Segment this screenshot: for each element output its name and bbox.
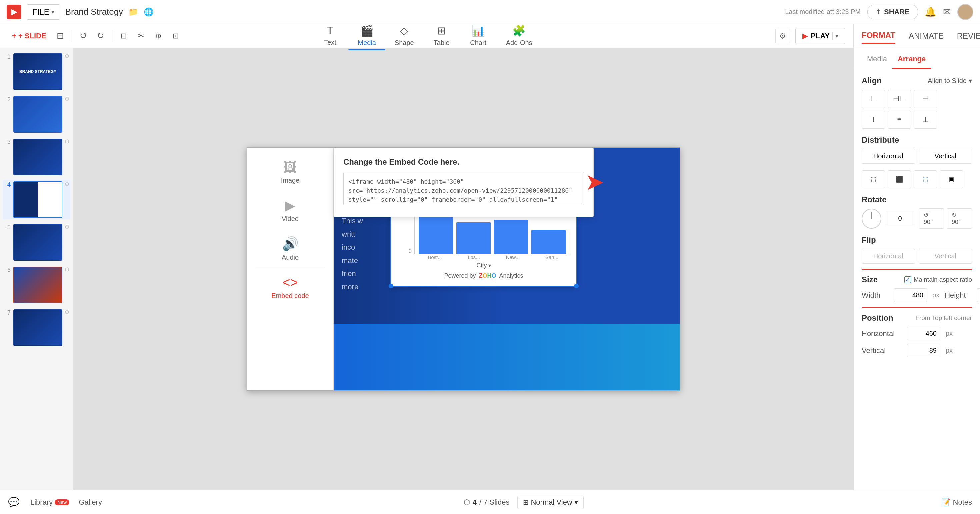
- media-icon: 🎬: [360, 24, 374, 37]
- add-slide-button[interactable]: + + SLIDE: [8, 30, 50, 42]
- audio-option[interactable]: 🔊 Audio: [247, 229, 333, 268]
- top-bar: ▶ FILE ▾ Brand Strategy 📁 🌐 Last modifie…: [0, 0, 980, 24]
- animate-tab[interactable]: ANIMATE: [908, 29, 943, 43]
- copy-button[interactable]: ⊕: [151, 29, 165, 43]
- flip-section: Flip Horizontal Vertical: [862, 236, 972, 264]
- media-arrange-tab-arrange[interactable]: Arrange: [892, 48, 931, 69]
- chart-tool[interactable]: 📊 Chart: [460, 22, 497, 50]
- play-button[interactable]: ▶ PLAY ▾: [795, 28, 845, 44]
- file-button[interactable]: FILE ▾: [27, 4, 60, 20]
- presentation-title: Brand Strategy: [65, 7, 123, 17]
- view-label: Normal View: [531, 498, 572, 507]
- slide-thumb-3[interactable]: 3 ⬡: [3, 137, 70, 177]
- slide-canvas[interactable]: 🖼 Image ▶ Video 🔊 Audio <> Embed code: [247, 147, 680, 391]
- resize-handle-bl[interactable]: [389, 284, 393, 288]
- distribute-vertical-button[interactable]: Vertical: [919, 149, 972, 164]
- x-axis-title[interactable]: City ▾: [398, 262, 570, 269]
- cut-button[interactable]: ✂: [134, 29, 148, 43]
- shape-tool[interactable]: ◇ Shape: [385, 22, 423, 50]
- layer-btn-2[interactable]: ⬛: [888, 170, 911, 188]
- addons-icon: 🧩: [512, 24, 526, 37]
- settings-button[interactable]: ⚙: [775, 29, 790, 43]
- layer-btn-4[interactable]: ▣: [940, 170, 963, 188]
- layer-btn-1[interactable]: ⬚: [862, 170, 885, 188]
- resize-handle-br[interactable]: [574, 284, 579, 288]
- vertical-label: Vertical: [862, 346, 902, 355]
- rotate-ccw-button[interactable]: ↺ 90°: [919, 208, 944, 229]
- slide-preview-1: BRAND STRATEGY: [13, 53, 62, 90]
- gallery-button[interactable]: Gallery: [75, 496, 106, 508]
- height-input[interactable]: [977, 288, 980, 302]
- chat-icon-button[interactable]: 💬: [8, 496, 20, 508]
- share-button[interactable]: ⬆ SHARE: [867, 5, 918, 19]
- media-tool[interactable]: 🎬 Media: [348, 22, 385, 50]
- table-label: Table: [434, 39, 450, 47]
- video-option[interactable]: ▶ Video: [247, 191, 333, 229]
- slide-thumb-5[interactable]: 5 ⬡: [3, 223, 70, 262]
- flip-vertical-button[interactable]: Vertical: [919, 249, 972, 264]
- undo-button[interactable]: ↺: [76, 29, 91, 43]
- addons-tool[interactable]: 🧩 Add-Ons: [497, 22, 542, 50]
- vertical-unit: px: [946, 347, 953, 354]
- maintain-ratio-checkbox[interactable]: ✓ Maintain aspect ratio: [904, 276, 972, 283]
- align-right-button[interactable]: ⊣: [914, 90, 937, 108]
- slide-number-2: 2: [4, 96, 11, 103]
- table-tool[interactable]: ⊞ Table: [423, 22, 460, 50]
- align-center-h-button[interactable]: ⊣⊢: [888, 90, 911, 108]
- align-chevron-icon: ▾: [969, 77, 972, 85]
- media-arrange-tab-media[interactable]: Media: [862, 48, 892, 69]
- slide-counter: ⬡ 4 / 7 Slides: [464, 498, 510, 507]
- flip-horizontal-button[interactable]: Horizontal: [862, 249, 915, 264]
- format-tab[interactable]: FORMAT: [862, 28, 895, 44]
- redo-button[interactable]: ↻: [93, 29, 108, 43]
- slide-number-4: 4: [4, 181, 11, 188]
- rotate-wheel: [862, 208, 881, 229]
- checkbox-icon: ✓: [904, 276, 911, 283]
- chart-icon: 📊: [472, 24, 485, 37]
- paste-button[interactable]: ⊡: [168, 29, 183, 43]
- notification-icon[interactable]: 🔔: [925, 6, 936, 18]
- new-badge: New: [55, 499, 69, 505]
- view-selector-button[interactable]: ⊞ Normal View ▾: [517, 496, 583, 509]
- slide-thumb-7[interactable]: 7 ⬡: [3, 308, 70, 347]
- align-to-slide-button[interactable]: Align to Slide ▾: [928, 77, 972, 85]
- embed-code-option[interactable]: <> Embed code: [247, 268, 333, 306]
- avatar[interactable]: [957, 4, 973, 20]
- copy-style-button[interactable]: ⊟: [116, 29, 131, 43]
- library-button[interactable]: Library New: [25, 496, 75, 508]
- image-option[interactable]: 🖼 Image: [247, 153, 333, 191]
- rotate-input[interactable]: [887, 212, 913, 225]
- align-bottom-button[interactable]: ⊥: [914, 111, 937, 129]
- slide-number-7: 7: [4, 309, 11, 316]
- vertical-input[interactable]: [907, 344, 940, 357]
- video-label: Video: [282, 215, 299, 223]
- align-top-button[interactable]: ⊤: [862, 111, 885, 129]
- city-dropdown-icon[interactable]: ▾: [488, 263, 491, 269]
- slide-thumb-1[interactable]: 1 BRAND STRATEGY ⬡: [3, 52, 70, 91]
- embed-code-input[interactable]: <iframe width="480" height="360" src="ht…: [343, 172, 584, 205]
- slide-thumb-4[interactable]: 4 ⬡: [3, 180, 70, 219]
- x-labels: Bost... Los... New... San...: [417, 254, 570, 260]
- y-label-0: 0: [409, 248, 412, 254]
- text-tool[interactable]: T Text: [312, 22, 348, 50]
- last-modified-text: Last modified att 3:23 PM: [785, 8, 861, 16]
- align-left-button[interactable]: ⊢: [862, 90, 885, 108]
- review-tab[interactable]: REVIEW: [957, 29, 980, 43]
- play-label: PLAY: [811, 32, 830, 40]
- slide-view-icon[interactable]: ⊟: [53, 29, 68, 43]
- size-title: Size: [862, 275, 878, 284]
- slide-thumb-6[interactable]: 6 ⬡: [3, 265, 70, 305]
- main-layout: 1 BRAND STRATEGY ⬡ 2 ⬡ 3 ⬡ 4 ⬡: [0, 48, 980, 490]
- align-center-v-button[interactable]: ≡: [888, 111, 911, 129]
- chart-label: Chart: [470, 39, 486, 47]
- message-icon[interactable]: ✉: [943, 6, 951, 18]
- rotate-cw-button[interactable]: ↻ 90°: [947, 208, 972, 229]
- distribute-horizontal-button[interactable]: Horizontal: [862, 149, 915, 164]
- horizontal-input[interactable]: [907, 327, 940, 341]
- notes-button[interactable]: 📝 Notes: [941, 498, 972, 507]
- width-input[interactable]: [894, 288, 927, 302]
- layer-btn-3[interactable]: ⬚: [914, 170, 937, 188]
- slide-thumb-2[interactable]: 2 ⬡: [3, 95, 70, 134]
- video-icon: ▶: [285, 198, 295, 213]
- media-side-panel: 🖼 Image ▶ Video 🔊 Audio <> Embed code: [247, 148, 334, 390]
